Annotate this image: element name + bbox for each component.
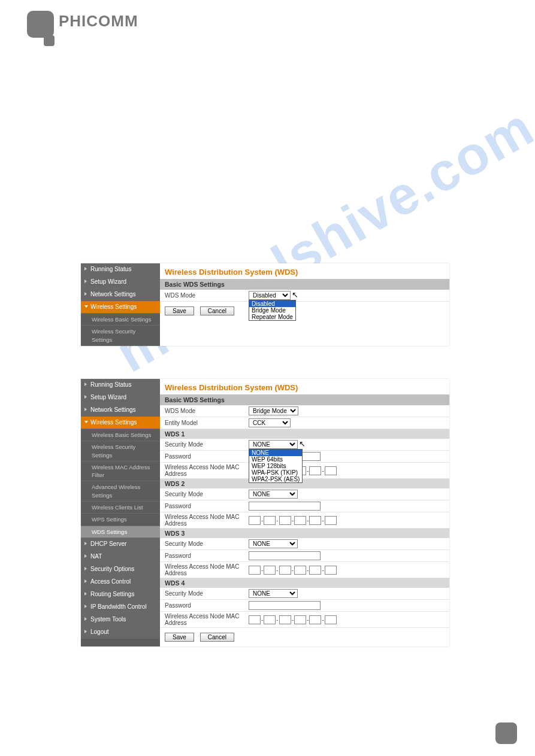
password-input[interactable]	[249, 502, 321, 511]
mac-octet-input[interactable]	[264, 566, 276, 575]
mac-octet-input[interactable]	[294, 566, 306, 575]
sidebar-item[interactable]: Running Status	[81, 379, 160, 391]
mac-octet-input[interactable]	[325, 566, 337, 575]
wds-panel-1: Running StatusSetup WizardNetwork Settin…	[81, 263, 449, 346]
sidebar-item[interactable]: DHCP Server	[81, 538, 160, 551]
sidebar-item[interactable]: Wireless Clients List	[81, 502, 160, 514]
mac-octet-input[interactable]	[309, 566, 321, 575]
row-entity-model: Entity Model CCK	[160, 417, 449, 429]
dropdown-option[interactable]: WEP 64bits	[249, 456, 302, 463]
cancel-button-2[interactable]: Cancel	[200, 633, 234, 642]
save-button-1[interactable]: Save	[165, 306, 194, 315]
wds-mode-dropdown-1[interactable]: DisabledBridge ModeRepeater Mode	[249, 300, 296, 321]
mac-octet-input[interactable]	[249, 615, 261, 624]
button-row-1: Save Cancel	[160, 302, 449, 320]
sidebar-item[interactable]: WPS Settings	[81, 514, 160, 526]
security-mode-label: Security Mode	[165, 491, 249, 497]
security-mode-dropdown[interactable]: NONEWEP 64bitsWEP 128bitsWPA-PSK (TKIP)W…	[249, 449, 303, 483]
security-mode-select[interactable]: NONE	[249, 589, 298, 598]
security-mode-label: Security Mode	[165, 590, 249, 597]
row-password: Password	[160, 500, 449, 512]
mac-octet-input[interactable]	[279, 615, 291, 624]
wds-mode-select-2[interactable]: Bridge Mode	[249, 406, 298, 415]
sidebar-item[interactable]: Wireless Settings	[81, 301, 160, 314]
mac-octet-input[interactable]	[264, 516, 276, 525]
sidebar-item[interactable]: NAT	[81, 551, 160, 563]
password-input[interactable]	[249, 551, 321, 560]
wds-mode-label-2: WDS Mode	[165, 408, 249, 414]
brand-logo: PHICOMM	[27, 11, 138, 38]
sidebar-1: Running StatusSetup WizardNetwork Settin…	[81, 263, 160, 346]
mac-address-label: Wireless Access Node MAC Address	[165, 563, 249, 576]
password-label: Password	[165, 503, 249, 509]
sidebar-item[interactable]: Security Options	[81, 563, 160, 576]
mac-octet-input[interactable]	[249, 516, 261, 525]
row-password: Password	[160, 600, 449, 612]
security-mode-label: Security Mode	[165, 541, 249, 547]
sidebar-item[interactable]: IP Bandwidth Control	[81, 601, 160, 614]
mac-octet-input[interactable]	[279, 516, 291, 525]
mac-octet-input[interactable]	[294, 615, 306, 624]
dropdown-option[interactable]: Bridge Mode	[249, 307, 295, 314]
password-label: Password	[165, 602, 249, 609]
row-security-mode: Security ModeNONE	[160, 488, 449, 500]
sidebar-item[interactable]: WDS Settings	[81, 526, 160, 538]
sidebar-item[interactable]: Setup Wizard	[81, 276, 160, 289]
wds-subheader: WDS 2	[160, 479, 449, 488]
save-button-2[interactable]: Save	[165, 633, 194, 642]
mac-octet-input[interactable]	[325, 466, 337, 475]
mac-octet-input[interactable]	[325, 516, 337, 525]
wds-mode-select-1[interactable]: Disabled	[249, 291, 291, 300]
wds-subheader: WDS 4	[160, 578, 449, 588]
sidebar-item[interactable]: Network Settings	[81, 404, 160, 417]
cursor-icon-2: ↖	[299, 439, 306, 448]
sidebar-item[interactable]: Logout	[81, 626, 160, 639]
sidebar-item[interactable]: Wireless Basic Settings	[81, 429, 160, 441]
sidebar-item[interactable]: Wireless Security Settings	[81, 441, 160, 462]
sidebar-item[interactable]: System Tools	[81, 614, 160, 626]
mac-octet-input[interactable]	[309, 615, 321, 624]
mac-address-label: Wireless Access Node MAC Address	[165, 613, 249, 626]
sidebar-item[interactable]: Advanced Wireless Settings	[81, 481, 160, 502]
entity-model-select[interactable]: CCK	[249, 418, 291, 427]
password-label: Password	[165, 453, 249, 460]
mac-octet-input[interactable]	[249, 566, 261, 575]
mac-octet-input[interactable]	[264, 615, 276, 624]
row-security-mode: Security ModeNONE	[160, 538, 449, 550]
sidebar-item[interactable]: Wireless Basic Settings	[81, 314, 160, 326]
wds-panel-2: Running StatusSetup WizardNetwork Settin…	[81, 379, 449, 646]
page-title-1: Wireless Distribution System (WDS)	[160, 263, 449, 279]
dropdown-option[interactable]: NONE	[249, 450, 302, 456]
row-security-mode: Security ModeNONE↖NONEWEP 64bitsWEP 128b…	[160, 439, 449, 451]
row-wds-mode-2: WDS Mode Bridge Mode	[160, 405, 449, 417]
mac-octet-input[interactable]	[325, 615, 337, 624]
content-1: Wireless Distribution System (WDS) Basic…	[160, 263, 449, 346]
security-mode-select[interactable]: NONE	[249, 490, 298, 499]
security-mode-select[interactable]: NONE	[249, 539, 298, 548]
mac-octet-input[interactable]	[309, 466, 321, 475]
mac-octet-input[interactable]	[309, 516, 321, 525]
dropdown-option[interactable]: Repeater Mode	[249, 314, 295, 320]
dropdown-option[interactable]: WPA-PSK (TKIP)	[249, 469, 302, 476]
sidebar-item[interactable]: Wireless Settings	[81, 417, 160, 429]
sidebar-item[interactable]: Setup Wizard	[81, 391, 160, 404]
sidebar-item[interactable]: Running Status	[81, 263, 160, 276]
cancel-button-1[interactable]: Cancel	[200, 306, 234, 315]
dropdown-option[interactable]: WEP 128bits	[249, 463, 302, 469]
mac-octet-input[interactable]	[294, 516, 306, 525]
dropdown-option[interactable]: Disabled	[249, 300, 295, 307]
sidebar-item[interactable]: Wireless MAC Address Filter	[81, 462, 160, 482]
row-password: Password	[160, 550, 449, 562]
password-input[interactable]	[249, 601, 321, 610]
dropdown-option[interactable]: WPA2-PSK (AES)	[249, 476, 302, 482]
sidebar-item[interactable]: Routing Settings	[81, 588, 160, 601]
wds-subheader: WDS 3	[160, 529, 449, 538]
sidebar-item[interactable]: Wireless Security Settings	[81, 326, 160, 346]
security-mode-select[interactable]: NONE	[249, 440, 298, 449]
mac-address-label: Wireless Access Node MAC Address	[165, 514, 249, 527]
brand-text: PHICOMM	[59, 12, 138, 31]
sidebar-item[interactable]: Network Settings	[81, 289, 160, 301]
sidebar-item[interactable]: Access Control	[81, 576, 160, 588]
mac-octet-input[interactable]	[279, 566, 291, 575]
password-label: Password	[165, 552, 249, 559]
